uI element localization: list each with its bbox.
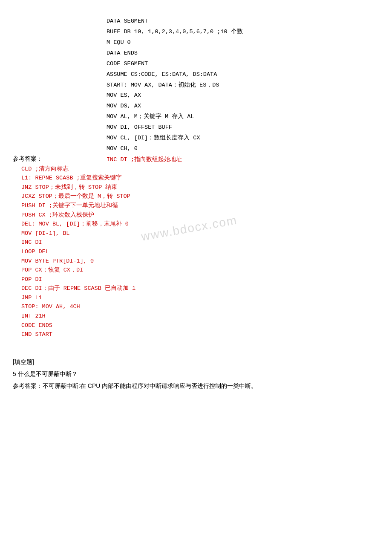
code-line-4: DATA ENDS <box>107 49 379 58</box>
answer-line-1: INC DI ;指向数组起始地址 <box>107 155 182 165</box>
ans-line-14: POP DI <box>21 275 379 284</box>
ans-line-2: CLD ;清方向标志 <box>21 165 379 174</box>
code-section: DATA SEGMENT BUFF DB 10, 1,0,2,3,4,0,5,6… <box>13 17 379 153</box>
ans-line-3: L1: REPNE SCASB ;重复搜索关键字 <box>21 173 379 183</box>
code-line-10: MOV AL, M；关键字 M 存入 AL <box>107 113 379 121</box>
ans-line-17: STOP: MOV AH, 4CH <box>21 302 379 312</box>
ans-line-15: DEC DI；由于 REPNE SCASB 已自动加 1 <box>21 284 379 293</box>
fill-answer: 参考答案：不可屏蔽中断:在 CPU 内部不能由程序对中断请求响应与否进行控制的一… <box>13 381 379 391</box>
answer-section: 参考答案： INC DI ;指向数组起始地址 <box>13 155 379 165</box>
ans-line-10: INC DI <box>21 238 379 247</box>
ans-line-11: LOOP DEL <box>21 247 379 257</box>
page-wrapper: www.bdocx.com DATA SEGMENT BUFF DB 10, 1… <box>13 17 379 391</box>
question-body: 什么是不可屏蔽中断？ <box>18 370 78 377</box>
code-line-2: BUFF DB 10, 1,0,2,3,4,0,5,6,7,0 ;10 个数 <box>107 28 379 37</box>
code-line-12: MOV CL, [DI]；数组长度存入 CX <box>107 134 379 143</box>
ans-line-9: MOV [DI-1], BL <box>21 229 379 238</box>
answer-prefix: 参考答案： <box>13 382 43 389</box>
ans-line-20: END START <box>21 330 379 339</box>
ans-line-5: JCXZ STOP；最后一个数是 M，转 STOP <box>21 192 379 201</box>
ans-line-13: POP CX；恢复 CX，DI <box>21 266 379 275</box>
code-line-5: CODE SEGMENT <box>107 60 379 69</box>
answer-remaining: CLD ;清方向标志 L1: REPNE SCASB ;重复搜索关键字 JNZ … <box>21 165 379 339</box>
question-text: 5 什么是不可屏蔽中断？ <box>13 368 379 380</box>
code-line-6: ASSUME CS:CODE, ES:DATA, DS:DATA <box>107 70 379 79</box>
ans-line-4: JNZ STOP；未找到，转 STOP 结束 <box>21 183 379 192</box>
answer-body: 不可屏蔽中断:在 CPU 内部不能由程序对中断请求响应与否进行控制的一类中断。 <box>43 382 257 389</box>
ans-line-7: PUSH CX ;环次数入栈保护 <box>21 211 379 220</box>
code-line-7: START: MOV AX, DATA；初始化 ES，DS <box>107 81 379 90</box>
ans-line-16: JMP L1 <box>21 293 379 303</box>
fill-section: [填空题] 5 什么是不可屏蔽中断？ 参考答案：不可屏蔽中断:在 CPU 内部不… <box>13 356 379 391</box>
ans-line-6: PUSH DI ;关键字下一单元地址和循 <box>21 201 379 211</box>
answer-label: 参考答案： <box>13 155 107 163</box>
code-line-13: MOV CH, 0 <box>107 145 379 153</box>
code-line-9: MOV DS, AX <box>107 102 379 111</box>
question-type: [填空题] <box>13 356 379 368</box>
ans-line-19: CODE ENDS <box>21 321 379 330</box>
ans-line-8: DEL: MOV BL, [DI]；前移，末尾补 0 <box>21 220 379 229</box>
ans-line-12: MOV BYTE PTR[DI-1], 0 <box>21 257 379 266</box>
code-line-11: MOV DI, OFFSET BUFF <box>107 123 379 132</box>
code-line-8: MOV ES, AX <box>107 91 379 100</box>
ans-line-18: INT 21H <box>21 312 379 321</box>
code-line-1: DATA SEGMENT <box>107 17 379 26</box>
code-line-3: M EQU 0 <box>107 38 379 47</box>
question-number: 5 <box>13 370 16 377</box>
answer-lines: INC DI ;指向数组起始地址 <box>107 155 182 165</box>
